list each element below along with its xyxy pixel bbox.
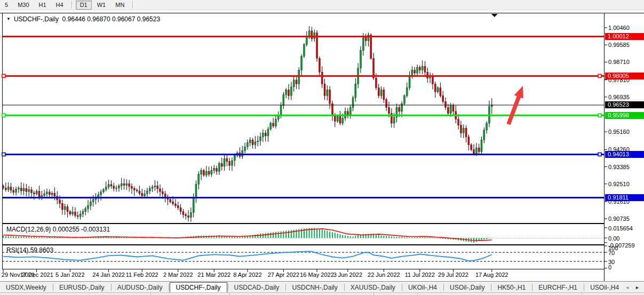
- candle-body: [360, 51, 361, 68]
- price-axis-label: 1.00460: [608, 25, 630, 31]
- chart-tab-eurchf-h1[interactable]: EURCHF-,H1: [532, 283, 583, 292]
- hline-handle[interactable]: [2, 74, 5, 77]
- rsi-line: [3, 251, 492, 261]
- chart-tab-audusd-daily[interactable]: AUDUSD-,Daily: [112, 283, 169, 292]
- candle-body: [403, 95, 405, 103]
- candle-body: [44, 194, 45, 195]
- candle-body: [149, 188, 150, 191]
- candle-body: [265, 133, 266, 136]
- chart-tab-hk50-h1[interactable]: HK50-,H1: [492, 283, 532, 292]
- hline-handle[interactable]: [598, 114, 601, 117]
- chart-tab-usoil-h4[interactable]: USOil-,H4: [584, 283, 625, 292]
- candle-body: [79, 214, 81, 217]
- hline-handle[interactable]: [2, 114, 5, 117]
- candle-body: [321, 72, 323, 84]
- candle-body: [283, 95, 284, 106]
- candle-body: [399, 107, 400, 111]
- candle-body: [208, 171, 210, 174]
- candle-body: [352, 98, 354, 107]
- price-level-badge-0.96523: 0.96523: [605, 101, 644, 108]
- candle-body: [458, 119, 459, 125]
- candle-body: [116, 188, 117, 188]
- candle-body: [247, 143, 248, 147]
- hline-handle[interactable]: [2, 153, 5, 156]
- statusbar-divider: [373, 293, 374, 295]
- candle-body: [285, 90, 287, 94]
- candle-body: [146, 191, 148, 194]
- candle-body: [36, 191, 37, 194]
- candle-body: [182, 212, 184, 215]
- candle-body: [7, 187, 9, 190]
- price-axis-label: 0.99585: [608, 42, 630, 48]
- date-axis-label: 17 Dec 2021: [20, 272, 53, 278]
- symbol-dropdown-icon[interactable]: ▼: [6, 17, 11, 21]
- price-axis-label: 0.96935: [608, 94, 630, 100]
- candle-body: [170, 200, 171, 202]
- chart-tab-usdx-weekly[interactable]: USDX,Weekly: [0, 283, 52, 292]
- candle-body: [422, 66, 423, 70]
- date-axis-label: 22 Jun 2022: [368, 272, 400, 278]
- candle-body: [72, 212, 74, 214]
- statusbar-divider: [229, 293, 230, 295]
- date-axis-label: 11 Feb 2022: [126, 272, 158, 278]
- price-level-badge-0.98005: 0.98005: [605, 73, 644, 79]
- candle-body: [383, 90, 385, 99]
- candle-body: [190, 212, 192, 217]
- candle-body: [465, 128, 467, 137]
- candle-body: [255, 142, 256, 145]
- chart-tab-usoil-daily[interactable]: USOil-,Daily: [444, 283, 490, 292]
- trend-arrow-annotation[interactable]: [506, 86, 523, 125]
- candle-body: [193, 198, 194, 213]
- candle-body: [319, 58, 320, 72]
- chart-tab-usdchf-daily[interactable]: USDCHF-,Daily: [170, 282, 227, 293]
- candle-body: [160, 189, 161, 192]
- chart-tab-xauusd-daily[interactable]: XAUUSD-,Daily: [345, 283, 401, 292]
- candle-body: [409, 76, 410, 88]
- candle-body: [136, 190, 138, 191]
- candle-body: [342, 118, 344, 123]
- candle-body: [172, 202, 174, 204]
- candle-body: [273, 123, 274, 126]
- tab-scroll-left-icon[interactable]: ◄: [625, 285, 630, 290]
- candle-body: [370, 35, 372, 58]
- candle-body: [69, 212, 71, 214]
- candle-body: [257, 141, 259, 142]
- chart-canvas[interactable]: [0, 0, 644, 295]
- macd-axis-label: 0.00: [608, 235, 619, 242]
- date-axis-label: 11 Jul 2022: [405, 272, 435, 278]
- candle-body: [244, 147, 246, 150]
- tab-scroll-right-icon[interactable]: ►: [635, 285, 640, 290]
- candle-body: [141, 194, 143, 196]
- candle-body: [386, 100, 387, 108]
- chart-tab-eurusd-daily[interactable]: EURUSD-,Daily: [53, 283, 110, 292]
- rsi-indicator-label: RSI(14) 59.8603: [6, 246, 53, 254]
- candle-body: [144, 194, 146, 196]
- hline-handle[interactable]: [598, 74, 601, 77]
- candle-body: [229, 162, 230, 165]
- candle-body: [452, 106, 454, 111]
- candle-body: [5, 188, 6, 189]
- candle-body: [362, 37, 364, 51]
- chart-tab-usdcad-daily[interactable]: USDCAD-,Daily: [228, 283, 285, 292]
- candle-body: [437, 88, 439, 92]
- hline-handle[interactable]: [598, 153, 601, 156]
- candle-body: [327, 90, 328, 95]
- candle-body: [3, 186, 4, 188]
- candle-body: [108, 185, 109, 187]
- chart-tab-ukoil-h4[interactable]: UKOil-,H4: [402, 283, 443, 292]
- candle-body: [463, 128, 464, 133]
- chart-tab-usdcnh-daily[interactable]: USDCNH-,Daily: [286, 283, 343, 292]
- candle-body: [121, 184, 122, 186]
- price-axis-label: 0.95160: [608, 129, 630, 135]
- candle-body: [164, 194, 166, 197]
- candle-body: [419, 67, 420, 70]
- candle-body: [33, 193, 35, 194]
- candle-body: [213, 169, 215, 171]
- date-axis-label: 16 May 2022: [300, 272, 334, 278]
- candle-body: [26, 188, 27, 192]
- ohlc-values: 0.96446 0.96870 0.96067 0.96523: [62, 15, 161, 23]
- chart-shift-marker-icon: [491, 14, 498, 17]
- candle-body: [54, 193, 55, 196]
- candle-body: [90, 202, 91, 205]
- candle-body: [481, 140, 482, 152]
